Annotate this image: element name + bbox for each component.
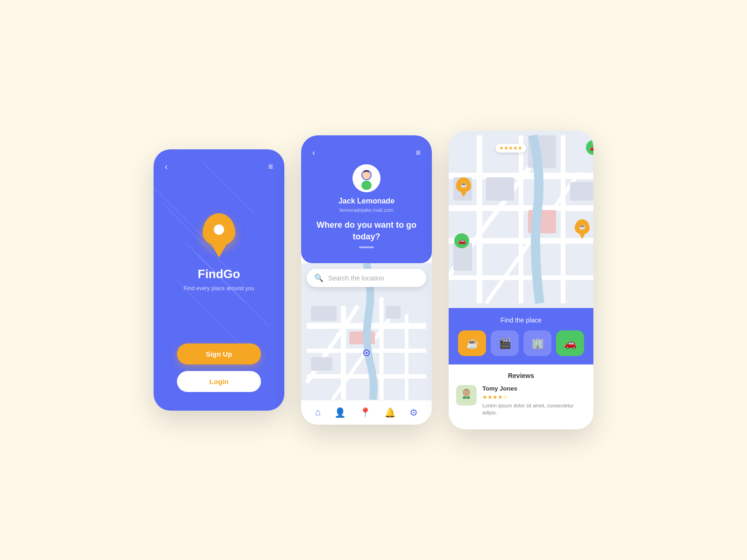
- where-heading: Where do you want to go today?: [312, 219, 421, 243]
- svg-point-5: [363, 172, 370, 179]
- user-email: lemonadejake.mail.com: [339, 207, 394, 213]
- rating-stars: ★★★★★: [499, 145, 522, 151]
- coffee-pin-2[interactable]: ☕: [575, 219, 590, 239]
- menu-button-s2[interactable]: ≡: [416, 148, 421, 157]
- search-placeholder: Search the location: [328, 274, 384, 282]
- screen3-bottom: Find the place ☕ 🎬 🏢 🚗 Reviews: [449, 308, 593, 429]
- svg-rect-25: [477, 135, 482, 303]
- svg-rect-15: [386, 306, 401, 319]
- reviews-title: Reviews: [456, 372, 586, 379]
- svg-rect-30: [486, 177, 514, 201]
- reviews-section: Reviews: [449, 364, 593, 422]
- header-indicator: [359, 246, 374, 248]
- signup-button[interactable]: Sign Up: [177, 343, 261, 364]
- coffee-pin-tail-2: [579, 234, 585, 239]
- pin-body: [203, 213, 235, 246]
- coffee-pin-body-2[interactable]: ☕: [575, 219, 590, 234]
- map-area: 🔍 Search the location: [301, 263, 432, 400]
- reviewer-info: Tomy Jones ★★★★☆ Lorem ipsum dolor sit a…: [482, 385, 586, 417]
- settings-nav-icon[interactable]: ⚙: [409, 407, 418, 418]
- cafe-button[interactable]: ☕: [458, 330, 486, 356]
- notification-nav-icon[interactable]: 🔔: [384, 407, 396, 418]
- coffee-pin-body[interactable]: ☕: [456, 177, 471, 192]
- screen1-buttons: Sign Up Login: [165, 343, 273, 392]
- screen1-content: FindGo Find every place around you: [183, 213, 254, 292]
- svg-rect-16: [311, 357, 332, 371]
- review-text: Lorem ipsum dolor sit amet, consectetur …: [482, 402, 586, 417]
- svg-point-40: [463, 396, 466, 399]
- home-nav-icon[interactable]: ⌂: [315, 407, 321, 418]
- reviewer-rating: ★★★★☆: [482, 394, 586, 400]
- search-icon: 🔍: [314, 273, 324, 282]
- pin-hole: [214, 224, 224, 235]
- app-subtitle: Find every place around you: [183, 285, 254, 292]
- screen3-map-area: ★★★★★ 🚗 ☕ ☕ 🚗: [449, 131, 593, 308]
- reviewer-avatar: [456, 385, 477, 406]
- screen2-top-nav: ‹ ≡: [312, 148, 421, 157]
- place-icons-row: ☕ 🎬 🏢 🚗: [458, 330, 584, 356]
- svg-rect-36: [457, 398, 476, 405]
- profile-nav-icon[interactable]: 👤: [334, 407, 346, 418]
- svg-rect-14: [349, 332, 375, 344]
- review-item: Tomy Jones ★★★★☆ Lorem ipsum dolor sit a…: [456, 385, 586, 417]
- user-avatar: [352, 164, 381, 192]
- svg-rect-11: [379, 298, 383, 400]
- location-nav-icon[interactable]: 📍: [359, 407, 371, 418]
- reviewer-name: Tomy Jones: [482, 385, 586, 392]
- bottom-nav: ⌂ 👤 📍 🔔 ⚙: [301, 400, 432, 425]
- screen3-map-svg: [449, 131, 593, 308]
- svg-rect-2: [361, 181, 372, 190]
- rating-badge: ★★★★★: [495, 144, 526, 153]
- svg-rect-26: [519, 135, 523, 303]
- app-title: FindGo: [198, 267, 240, 281]
- back-button-s2[interactable]: ‹: [312, 148, 315, 157]
- svg-rect-32: [570, 182, 593, 201]
- svg-rect-27: [561, 135, 565, 303]
- coffee-pin-tail: [461, 192, 466, 197]
- screen2-header: ‹ ≡ Jack Lemonade lemonadejake.mail.com …: [301, 135, 432, 263]
- svg-rect-12: [405, 315, 408, 400]
- svg-rect-13: [311, 306, 337, 321]
- user-name: Jack Lemonade: [338, 197, 395, 205]
- screen1-header: ‹ ≡: [165, 162, 273, 171]
- menu-button[interactable]: ≡: [268, 162, 273, 171]
- avatar-svg: [355, 167, 378, 190]
- pin-tail: [211, 245, 226, 258]
- coffee-pin[interactable]: ☕: [456, 177, 471, 197]
- search-bar[interactable]: 🔍 Search the location: [307, 269, 426, 287]
- cinema-button[interactable]: 🎬: [491, 330, 519, 356]
- svg-point-39: [463, 390, 470, 396]
- transport-button[interactable]: 🚗: [556, 330, 584, 356]
- screen-search: ‹ ≡ Jack Lemonade lemonadejake.mail.com …: [301, 135, 432, 425]
- building-button[interactable]: 🏢: [523, 330, 551, 356]
- back-button[interactable]: ‹: [165, 162, 168, 171]
- find-place-title: Find the place: [458, 316, 584, 324]
- car-icon-marker-2[interactable]: 🚗: [454, 233, 469, 248]
- svg-point-41: [466, 396, 470, 399]
- screen-findgo: ‹ ≡ FindGo Find every place around you S…: [154, 149, 284, 411]
- screen-places: ★★★★★ 🚗 ☕ ☕ 🚗: [449, 131, 593, 429]
- reviewer-svg: [457, 386, 476, 405]
- login-button[interactable]: Login: [177, 371, 261, 392]
- find-place-card: Find the place ☕ 🎬 🏢 🚗: [449, 308, 593, 364]
- location-pin-icon: [200, 213, 238, 258]
- svg-point-19: [365, 352, 367, 354]
- screens-container: ‹ ≡ FindGo Find every place around you S…: [154, 131, 593, 429]
